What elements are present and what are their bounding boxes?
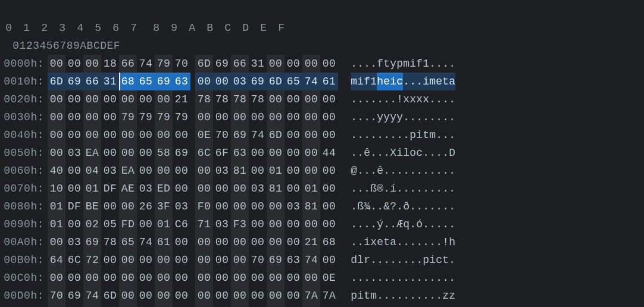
ascii-char[interactable]: ? [390,198,396,215]
hex-byte[interactable]: 00 [48,108,65,126]
ascii-cell[interactable]: ................ [338,269,455,287]
ascii-char[interactable]: c [436,251,442,269]
hex-byte[interactable]: 00 [119,126,137,144]
hex-byte[interactable]: 00 [101,269,119,287]
ascii-char[interactable]: . [396,269,403,287]
hex-byte[interactable]: 00 [101,108,119,126]
ascii-char[interactable]: . [370,162,377,180]
ascii-char[interactable]: ß [357,198,364,215]
ascii-char[interactable]: p [423,251,429,269]
ascii-char[interactable]: . [423,305,429,307]
ascii-char[interactable]: . [370,108,377,126]
hex-byte[interactable]: 0E [195,126,213,144]
hex-byte[interactable]: 00 [320,198,338,215]
hex-byte[interactable]: 70 [173,55,190,73]
hex-byte[interactable]: 03 [213,215,231,233]
ascii-char[interactable]: . [409,287,416,305]
hex-byte[interactable]: 72 [83,251,101,269]
hex-byte[interactable]: 00 [213,251,231,269]
ascii-char[interactable]: . [442,180,449,198]
hex-byte[interactable]: 78 [101,233,119,251]
ascii-char[interactable]: m [403,55,409,73]
hex-byte[interactable]: 74 [83,287,101,305]
ascii-char[interactable]: . [403,233,409,251]
hex-byte[interactable]: 71 [195,215,213,233]
hex-byte[interactable]: AE [119,180,137,198]
ascii-char[interactable]: . [370,55,377,73]
ascii-char[interactable]: . [357,90,364,108]
hex-byte[interactable]: 00 [101,126,119,144]
hex-byte[interactable]: 81 [302,198,320,215]
hex-bytes[interactable]: 00036978657461000000000000002168 [48,233,338,251]
hex-byte[interactable]: 61 [155,233,173,251]
ascii-char[interactable]: . [370,215,377,233]
ascii-char[interactable]: m [370,287,377,305]
hex-byte[interactable]: 00 [302,305,320,307]
ascii-char[interactable]: i [357,287,364,305]
hex-byte[interactable]: 00 [231,269,249,287]
ascii-char[interactable]: i [396,305,403,307]
ascii-char[interactable]: . [357,108,364,126]
hex-byte[interactable]: 00 [195,287,213,305]
hex-bytes[interactable]: 646C7200000000000000007069637400 [48,251,338,269]
hex-byte[interactable]: 00 [231,180,249,198]
hex-bytes[interactable]: 0000000000000000000000000000000E [48,269,338,287]
ascii-char[interactable]: i [390,73,396,90]
hex-byte[interactable]: 00 [137,144,155,162]
ascii-char[interactable]: . [396,126,403,144]
ascii-char[interactable]: . [409,73,416,90]
hex-byte[interactable]: 02 [83,215,101,233]
ascii-char[interactable]: . [383,162,390,180]
ascii-char[interactable]: p [351,287,357,305]
hex-byte[interactable]: 03 [65,144,83,162]
hex-byte[interactable]: 00 [48,90,65,108]
hex-byte[interactable]: 00 [155,162,173,180]
hex-byte[interactable]: 61 [320,73,338,90]
hex-byte[interactable]: 65 [119,233,137,251]
ascii-char[interactable]: . [383,269,390,287]
hex-byte[interactable]: 00 [101,305,119,307]
ascii-char[interactable]: . [403,126,409,144]
ascii-char[interactable]: e [436,73,442,90]
ascii-char[interactable]: . [436,180,442,198]
ascii-char[interactable]: ð [403,198,409,215]
hex-byte[interactable]: 69 [83,233,101,251]
hex-byte[interactable]: 00 [195,108,213,126]
hex-byte[interactable]: 65 [285,73,302,90]
hex-byte[interactable]: 00 [173,233,190,251]
ascii-char[interactable]: . [351,90,357,108]
hex-byte[interactable]: 00 [285,233,302,251]
ascii-char[interactable]: t [383,233,390,251]
hex-byte[interactable]: 00 [285,126,302,144]
ascii-char[interactable]: . [423,144,429,162]
ascii-char[interactable]: . [409,215,416,233]
ascii-char[interactable]: . [357,233,364,251]
ascii-char[interactable]: Æ [396,215,403,233]
hex-byte[interactable]: 63 [285,251,302,269]
ascii-char[interactable]: . [364,126,370,144]
hex-byte[interactable]: 00 [267,233,285,251]
hex-byte[interactable]: 03 [65,233,83,251]
ascii-char[interactable]: t [442,73,449,90]
hex-byte[interactable]: 03 [101,162,119,180]
ascii-char[interactable]: c [416,144,423,162]
hex-byte[interactable]: 00 [101,251,119,269]
ascii-char[interactable]: ¾ [364,198,370,215]
hex-byte[interactable]: 00 [65,180,83,198]
hex-byte[interactable]: 00 [195,251,213,269]
hex-byte[interactable]: 00 [101,144,119,162]
ascii-char[interactable]: . [449,55,455,73]
hex-byte[interactable]: 00 [65,108,83,126]
ascii-char[interactable]: . [423,215,429,233]
ascii-char[interactable]: x [403,90,409,108]
ascii-char[interactable]: . [370,269,377,287]
hex-byte[interactable]: 6E [195,305,213,307]
ascii-char[interactable]: . [403,73,409,90]
ascii-char[interactable]: . [436,162,442,180]
hex-byte[interactable]: 63 [231,144,249,162]
hex-byte[interactable]: 03 [173,198,190,215]
hex-byte[interactable]: 00 [285,162,302,180]
hex-byte[interactable]: 00 [137,126,155,144]
hex-byte[interactable]: 00 [83,108,101,126]
hex-row[interactable]: 0040h:00000000000000000E7069746D000000 .… [0,126,644,144]
